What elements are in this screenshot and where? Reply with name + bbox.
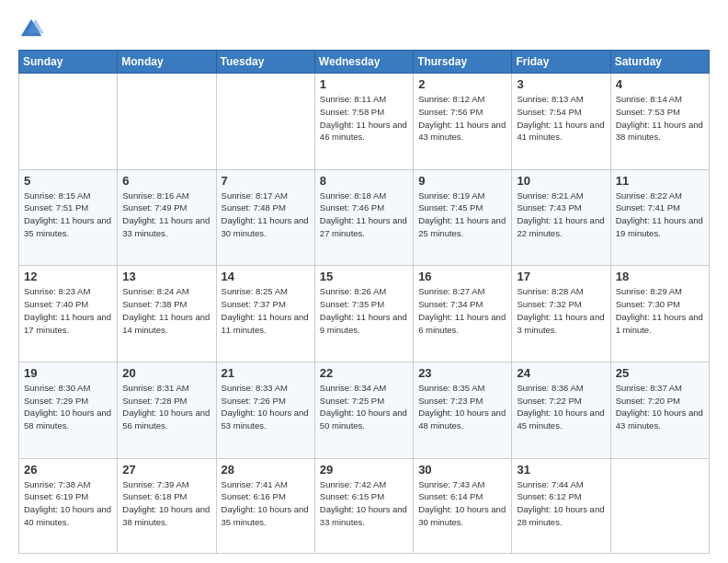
day-number: 12 [24,270,112,283]
day-info: Sunrise: 8:25 AM Sunset: 7:37 PM Dayligh… [222,285,310,336]
calendar-cell [19,74,118,170]
day-number: 22 [320,366,408,380]
day-info: Sunrise: 8:16 AM Sunset: 7:49 PM Dayligh… [122,190,210,240]
day-number: 20 [122,366,210,380]
calendar-cell [610,458,709,554]
calendar-cell: 19Sunrise: 8:30 AM Sunset: 7:29 PM Dayli… [19,362,118,458]
day-number: 11 [616,174,704,188]
day-number: 19 [24,366,112,380]
day-info: Sunrise: 8:24 AM Sunset: 7:38 PM Dayligh… [122,285,210,336]
day-of-week-header: Monday [118,51,216,74]
calendar-cell: 14Sunrise: 8:25 AM Sunset: 7:37 PM Dayli… [216,266,314,362]
day-info: Sunrise: 7:39 AM Sunset: 6:18 PM Dayligh… [122,478,210,529]
day-info: Sunrise: 8:13 AM Sunset: 7:54 PM Dayligh… [517,93,605,144]
day-info: Sunrise: 8:37 AM Sunset: 7:20 PM Dayligh… [616,382,704,432]
day-info: Sunrise: 7:41 AM Sunset: 6:16 PM Dayligh… [222,478,310,529]
calendar-cell: 9Sunrise: 8:19 AM Sunset: 7:45 PM Daylig… [414,169,512,266]
day-number: 1 [320,77,408,91]
day-info: Sunrise: 8:33 AM Sunset: 7:26 PM Dayligh… [222,382,310,432]
calendar-cell: 13Sunrise: 8:24 AM Sunset: 7:38 PM Dayli… [118,266,216,362]
calendar-cell: 4Sunrise: 8:14 AM Sunset: 7:53 PM Daylig… [610,74,709,170]
calendar-cell: 23Sunrise: 8:35 AM Sunset: 7:23 PM Dayli… [414,362,512,458]
day-number: 17 [517,270,605,283]
day-info: Sunrise: 8:36 AM Sunset: 7:22 PM Dayligh… [517,382,605,432]
day-number: 27 [122,463,210,477]
day-number: 6 [122,174,210,188]
day-number: 3 [517,77,605,91]
day-number: 16 [418,270,506,283]
logo [18,15,48,40]
day-number: 2 [418,77,506,91]
calendar-week-row: 1Sunrise: 8:11 AM Sunset: 7:58 PM Daylig… [19,74,710,170]
day-number: 21 [222,366,310,380]
day-info: Sunrise: 7:44 AM Sunset: 6:12 PM Dayligh… [517,478,605,529]
day-number: 30 [418,463,506,477]
calendar-cell: 3Sunrise: 8:13 AM Sunset: 7:54 PM Daylig… [512,74,610,170]
calendar-cell: 12Sunrise: 8:23 AM Sunset: 7:40 PM Dayli… [19,266,118,362]
header [18,15,710,40]
day-number: 24 [517,366,605,380]
day-info: Sunrise: 8:14 AM Sunset: 7:53 PM Dayligh… [616,93,704,144]
calendar-cell: 2Sunrise: 8:12 AM Sunset: 7:56 PM Daylig… [414,74,512,170]
calendar-cell [118,74,216,170]
day-number: 15 [320,270,408,283]
calendar-cell: 5Sunrise: 8:15 AM Sunset: 7:51 PM Daylig… [19,169,118,266]
calendar-cell: 17Sunrise: 8:28 AM Sunset: 7:32 PM Dayli… [512,266,610,362]
day-number: 29 [320,463,408,477]
day-info: Sunrise: 8:22 AM Sunset: 7:41 PM Dayligh… [616,190,704,240]
calendar-cell: 22Sunrise: 8:34 AM Sunset: 7:25 PM Dayli… [314,362,413,458]
day-info: Sunrise: 8:19 AM Sunset: 7:45 PM Dayligh… [418,190,506,240]
day-number: 14 [222,270,310,283]
page: SundayMondayTuesdayWednesdayThursdayFrid… [0,0,728,563]
day-number: 13 [122,270,210,283]
day-number: 9 [418,174,506,188]
day-info: Sunrise: 8:35 AM Sunset: 7:23 PM Dayligh… [418,382,506,432]
calendar-cell: 27Sunrise: 7:39 AM Sunset: 6:18 PM Dayli… [118,458,216,554]
calendar-cell: 30Sunrise: 7:43 AM Sunset: 6:14 PM Dayli… [414,458,512,554]
day-info: Sunrise: 8:27 AM Sunset: 7:34 PM Dayligh… [418,285,506,336]
day-number: 26 [24,463,112,477]
calendar-cell: 1Sunrise: 8:11 AM Sunset: 7:58 PM Daylig… [314,74,413,170]
calendar-cell: 11Sunrise: 8:22 AM Sunset: 7:41 PM Dayli… [610,169,709,266]
day-info: Sunrise: 7:42 AM Sunset: 6:15 PM Dayligh… [320,478,408,529]
calendar-cell: 10Sunrise: 8:21 AM Sunset: 7:43 PM Dayli… [512,169,610,266]
calendar-cell: 26Sunrise: 7:38 AM Sunset: 6:19 PM Dayli… [19,458,118,554]
day-info: Sunrise: 8:23 AM Sunset: 7:40 PM Dayligh… [24,285,112,336]
calendar-header-row: SundayMondayTuesdayWednesdayThursdayFrid… [19,51,710,74]
day-number: 10 [517,174,605,188]
day-info: Sunrise: 7:43 AM Sunset: 6:14 PM Dayligh… [418,478,506,529]
day-number: 28 [222,463,310,477]
day-info: Sunrise: 8:29 AM Sunset: 7:30 PM Dayligh… [616,285,704,336]
calendar-cell: 7Sunrise: 8:17 AM Sunset: 7:48 PM Daylig… [216,169,314,266]
day-info: Sunrise: 8:15 AM Sunset: 7:51 PM Dayligh… [24,190,112,240]
calendar-cell: 16Sunrise: 8:27 AM Sunset: 7:34 PM Dayli… [414,266,512,362]
calendar-cell: 25Sunrise: 8:37 AM Sunset: 7:20 PM Dayli… [610,362,709,458]
calendar-cell: 18Sunrise: 8:29 AM Sunset: 7:30 PM Dayli… [610,266,709,362]
calendar-cell: 31Sunrise: 7:44 AM Sunset: 6:12 PM Dayli… [512,458,610,554]
calendar-cell: 15Sunrise: 8:26 AM Sunset: 7:35 PM Dayli… [314,266,413,362]
day-info: Sunrise: 8:34 AM Sunset: 7:25 PM Dayligh… [320,382,408,432]
calendar-cell: 28Sunrise: 7:41 AM Sunset: 6:16 PM Dayli… [216,458,314,554]
day-of-week-header: Saturday [610,51,709,74]
day-info: Sunrise: 8:11 AM Sunset: 7:58 PM Dayligh… [320,93,408,144]
day-of-week-header: Thursday [414,51,512,74]
day-info: Sunrise: 8:18 AM Sunset: 7:46 PM Dayligh… [320,190,408,240]
generalblue-logo-icon [18,15,44,40]
day-info: Sunrise: 8:28 AM Sunset: 7:32 PM Dayligh… [517,285,605,336]
calendar-cell: 29Sunrise: 7:42 AM Sunset: 6:15 PM Dayli… [314,458,413,554]
day-info: Sunrise: 8:31 AM Sunset: 7:28 PM Dayligh… [122,382,210,432]
calendar-cell: 6Sunrise: 8:16 AM Sunset: 7:49 PM Daylig… [118,169,216,266]
day-info: Sunrise: 8:17 AM Sunset: 7:48 PM Dayligh… [222,190,310,240]
day-info: Sunrise: 8:21 AM Sunset: 7:43 PM Dayligh… [517,190,605,240]
day-of-week-header: Tuesday [216,51,314,74]
day-of-week-header: Sunday [19,51,118,74]
calendar-week-row: 19Sunrise: 8:30 AM Sunset: 7:29 PM Dayli… [19,362,710,458]
day-number: 18 [616,270,704,283]
calendar-week-row: 12Sunrise: 8:23 AM Sunset: 7:40 PM Dayli… [19,266,710,362]
day-number: 31 [517,463,605,477]
calendar-table: SundayMondayTuesdayWednesdayThursdayFrid… [18,50,710,554]
day-info: Sunrise: 7:38 AM Sunset: 6:19 PM Dayligh… [24,478,112,529]
calendar-cell [216,74,314,170]
calendar-week-row: 5Sunrise: 8:15 AM Sunset: 7:51 PM Daylig… [19,169,710,266]
day-of-week-header: Wednesday [314,51,413,74]
